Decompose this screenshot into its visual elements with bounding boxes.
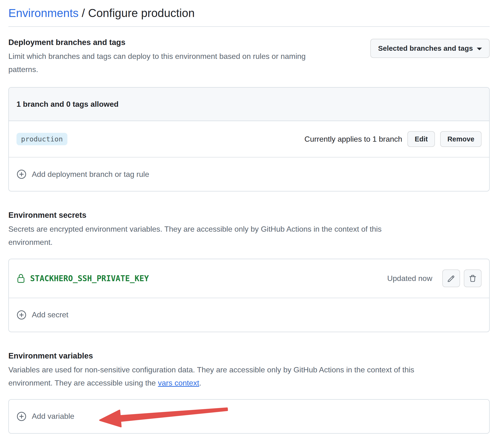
secrets-description: Secrets are encrypted environment variab… xyxy=(8,223,427,249)
deployment-branches-section: Deployment branches and tags Limit which… xyxy=(8,38,490,192)
vars-context-link[interactable]: vars context xyxy=(158,379,199,387)
deployment-heading: Deployment branches and tags xyxy=(8,38,314,47)
title-separator: / xyxy=(82,7,85,19)
branch-rule-row: production Currently applies to 1 branch… xyxy=(9,121,489,157)
triangle-down-icon xyxy=(477,48,482,50)
secret-identity: STACKHERO_SSH_PRIVATE_KEY xyxy=(17,273,149,284)
secrets-box: STACKHERO_SSH_PRIVATE_KEY Updated now xyxy=(8,259,490,332)
secrets-heading: Environment secrets xyxy=(8,211,490,220)
edit-rule-button[interactable]: Edit xyxy=(407,131,435,147)
delete-secret-button[interactable] xyxy=(464,270,482,287)
secret-updated-text: Updated now xyxy=(387,274,432,283)
add-secret-button[interactable]: Add secret xyxy=(17,310,68,320)
rule-applies-text: Currently applies to 1 branch xyxy=(304,135,402,144)
add-variable-label: Add variable xyxy=(32,412,74,421)
plus-circle-icon xyxy=(17,310,27,320)
trash-icon xyxy=(468,274,477,283)
add-rule-row: Add deployment branch or tag rule xyxy=(9,157,489,191)
add-variable-row: Add variable xyxy=(9,400,489,433)
branch-rule-actions: Currently applies to 1 branch Edit Remov… xyxy=(304,131,482,147)
variables-description-text: Variables are used for non-sensitive con… xyxy=(8,366,414,387)
add-deployment-rule-label: Add deployment branch or tag rule xyxy=(32,170,149,179)
title-divider xyxy=(8,26,490,27)
selected-branches-dropdown-label: Selected branches and tags xyxy=(378,44,473,52)
variables-description: Variables are used for non-sensitive con… xyxy=(8,363,439,390)
deployment-description: Limit which branches and tags can deploy… xyxy=(8,50,314,76)
variables-heading: Environment variables xyxy=(8,351,490,360)
plus-circle-icon xyxy=(17,169,27,179)
secret-name: STACKHERO_SSH_PRIVATE_KEY xyxy=(30,274,149,283)
selected-branches-dropdown[interactable]: Selected branches and tags xyxy=(370,39,490,58)
title-current: Configure production xyxy=(88,7,195,19)
remove-rule-button[interactable]: Remove xyxy=(440,131,482,147)
add-secret-row: Add secret xyxy=(9,298,489,332)
secret-row: STACKHERO_SSH_PRIVATE_KEY Updated now xyxy=(9,259,489,298)
environment-secrets-section: Environment secrets Secrets are encrypte… xyxy=(8,211,490,332)
deployment-head-text: Deployment branches and tags Limit which… xyxy=(8,38,314,76)
environment-variables-section: Environment variables Variables are used… xyxy=(8,351,490,434)
page-container: Environments / Configure production Depl… xyxy=(0,0,504,434)
lock-icon xyxy=(17,273,25,284)
variables-box: Add variable xyxy=(8,399,490,434)
page-title: Environments / Configure production xyxy=(8,6,490,20)
variables-description-period: . xyxy=(199,379,201,387)
environments-breadcrumb-link[interactable]: Environments xyxy=(8,7,78,19)
branch-rules-box-header: 1 branch and 0 tags allowed xyxy=(9,88,489,121)
pencil-icon xyxy=(447,274,456,283)
branch-rules-summary: 1 branch and 0 tags allowed xyxy=(17,100,119,109)
secret-actions: Updated now xyxy=(387,270,482,287)
edit-secret-button[interactable] xyxy=(442,270,460,287)
add-deployment-rule-button[interactable]: Add deployment branch or tag rule xyxy=(17,169,149,179)
add-variable-button[interactable]: Add variable xyxy=(17,411,74,421)
branch-name-badge: production xyxy=(17,133,67,145)
branch-rules-box: 1 branch and 0 tags allowed production C… xyxy=(8,87,490,192)
plus-circle-icon xyxy=(17,411,27,421)
add-secret-label: Add secret xyxy=(32,311,68,319)
